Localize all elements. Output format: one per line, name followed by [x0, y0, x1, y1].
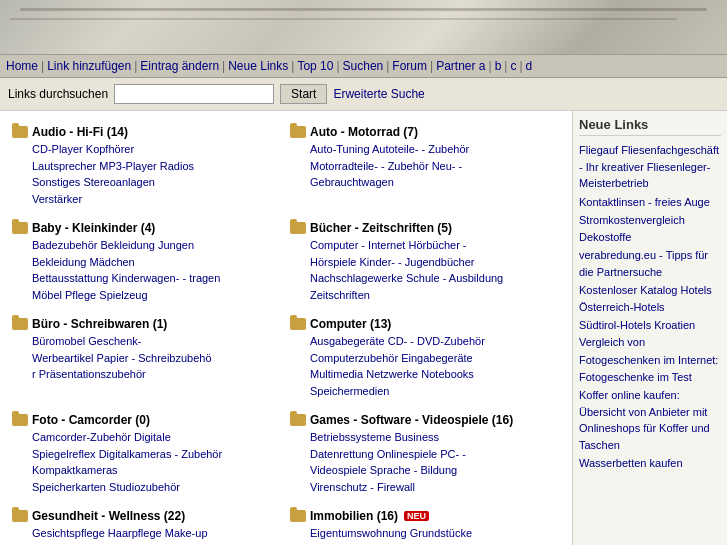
cat-link[interactable]: Hörspiele: [310, 256, 356, 268]
advanced-search-link[interactable]: Erweiterte Suche: [333, 87, 424, 101]
category-audio-links: CD-Player Kopfhörer Lautsprecher MP3-Pla…: [12, 141, 278, 207]
cat-link[interactable]: Camcorder-Zubehör: [32, 431, 131, 443]
cat-link[interactable]: PC- -: [440, 448, 466, 460]
nav-forum[interactable]: Forum: [392, 59, 427, 73]
cat-link[interactable]: Grundstücke: [410, 527, 472, 539]
nav-neue-links[interactable]: Neue Links: [228, 59, 288, 73]
cat-link[interactable]: Auto-Tuning: [310, 143, 370, 155]
cat-link[interactable]: Studiozubehör: [109, 481, 180, 493]
sidebar-link-6[interactable]: Fotogeschenken im Internet: Fotogeschenk…: [579, 352, 721, 385]
nav-sep-0: |: [41, 59, 44, 73]
cat-link[interactable]: Schule - Ausbildung: [406, 272, 503, 284]
nav-top10[interactable]: Top 10: [297, 59, 333, 73]
cat-link[interactable]: Autoteile- - Zubehör: [372, 143, 469, 155]
cat-link[interactable]: r: [32, 368, 36, 380]
nav-home[interactable]: Home: [6, 59, 38, 73]
cat-link[interactable]: Präsentationszubehör: [39, 368, 146, 380]
folder-icon: [290, 414, 306, 426]
cat-link[interactable]: Haarpflege: [108, 527, 162, 539]
cat-link[interactable]: Zeitschriften: [310, 289, 370, 301]
category-gesundheit-title: Gesundheit - Wellness (22): [12, 509, 278, 523]
nav-link-hinzufuegen[interactable]: Link hinzufügen: [47, 59, 131, 73]
cat-link[interactable]: Hörbücher -: [408, 239, 466, 251]
cat-link[interactable]: Pflege: [65, 289, 96, 301]
sidebar-link-0[interactable]: Fliegauf Fliesenfachgeschäft - Ihr kreat…: [579, 142, 721, 192]
cat-link[interactable]: Videospiele: [310, 464, 367, 476]
cat-link[interactable]: MP3-Player: [99, 160, 156, 172]
cat-link[interactable]: Netzwerke: [366, 368, 418, 380]
cat-link[interactable]: Spielzeug: [99, 289, 147, 301]
cat-link[interactable]: Kopfhörer: [86, 143, 134, 155]
cat-link[interactable]: Datenrettung: [310, 448, 374, 460]
search-button[interactable]: Start: [280, 84, 327, 104]
nav-partner-a[interactable]: Partner a: [436, 59, 485, 73]
cat-link[interactable]: Gesichtspflege: [32, 527, 105, 539]
cat-link[interactable]: Badezubehör: [32, 239, 97, 251]
cat-link[interactable]: CD-Player: [32, 143, 83, 155]
cat-link[interactable]: CD- - DVD-Zubehör: [388, 335, 485, 347]
category-games-links: Betriebssysteme Business Datenrettung On…: [290, 429, 556, 495]
cat-link[interactable]: Papier - Schreibzubehö: [97, 352, 212, 364]
cat-link[interactable]: Sprache - Bildung: [370, 464, 457, 476]
cat-link[interactable]: Computerzubehör: [310, 352, 398, 364]
cat-link[interactable]: Kompaktkameras: [32, 464, 118, 476]
cat-link[interactable]: Gebrauchtwagen: [310, 176, 394, 188]
cat-link[interactable]: Make-up: [165, 527, 208, 539]
category-buecher: Bücher - Zeitschriften (5) Computer - In…: [286, 215, 564, 311]
cat-link[interactable]: Digitale: [134, 431, 171, 443]
cat-link[interactable]: Onlinespiele: [377, 448, 438, 460]
search-input[interactable]: [114, 84, 274, 104]
nav-sep-8: |: [504, 59, 507, 73]
cat-link[interactable]: Nachschlagewerke: [310, 272, 403, 284]
cat-link[interactable]: Speichermedien: [310, 385, 390, 397]
category-audio: Audio - Hi-Fi (14) CD-Player Kopfhörer L…: [8, 119, 286, 215]
cat-link[interactable]: Kinderwagen- - tragen: [112, 272, 221, 284]
category-immobilien-links: Eigentumswohnung Grundstücke Häuser Miet…: [290, 525, 556, 545]
cat-link[interactable]: Speicherkarten: [32, 481, 106, 493]
cat-link[interactable]: Verstärker: [32, 193, 82, 205]
category-buecher-title: Bücher - Zeitschriften (5): [290, 221, 556, 235]
category-buecher-links: Computer - Internet Hörbücher - Hörspiel…: [290, 237, 556, 303]
cat-link[interactable]: Büromobel: [32, 335, 85, 347]
cat-link[interactable]: Multimedia: [310, 368, 363, 380]
sidebar-link-7[interactable]: Koffer online kaufen: Übersicht von Anbi…: [579, 387, 721, 453]
sidebar-link-1[interactable]: Kontaktlinsen - freies Auge: [579, 194, 721, 211]
sidebar-link-5[interactable]: Südtirol-Hotels Kroatien Vergleich von: [579, 317, 721, 350]
sidebar-link-4[interactable]: Kostenloser Katalog Hotels Österreich-Ho…: [579, 282, 721, 315]
sidebar-link-3[interactable]: verabredung.eu - Tipps für die Partnersu…: [579, 247, 721, 280]
sidebar-link-8[interactable]: Wasserbetten kaufen: [579, 455, 721, 472]
cat-link[interactable]: Bekleidung Jungen: [101, 239, 195, 251]
nav-partner-b[interactable]: b: [495, 59, 502, 73]
nav-partner-d[interactable]: d: [526, 59, 533, 73]
cat-link[interactable]: Virenschutz - Firewall: [310, 481, 415, 493]
folder-icon: [290, 318, 306, 330]
cat-link[interactable]: Lautsprecher: [32, 160, 96, 172]
cat-link[interactable]: Bettausstattung: [32, 272, 108, 284]
cat-link[interactable]: Betriebssysteme: [310, 431, 391, 443]
cat-link[interactable]: Bekleidung Mädchen: [32, 256, 135, 268]
cat-link[interactable]: Werbeartikel: [32, 352, 94, 364]
cat-link[interactable]: Computer - Internet: [310, 239, 405, 251]
cat-link[interactable]: Stereoanlagen: [83, 176, 155, 188]
nav-partner-c[interactable]: c: [510, 59, 516, 73]
cat-link[interactable]: Business: [394, 431, 439, 443]
cat-link[interactable]: Ausgabegeräte: [310, 335, 385, 347]
cat-link[interactable]: Kinder- - Jugendbücher: [360, 256, 475, 268]
cat-link[interactable]: Motorradteile- - Zubehör: [310, 160, 429, 172]
cat-link[interactable]: Spiegelreflex: [32, 448, 96, 460]
cat-link[interactable]: Notebooks: [421, 368, 474, 380]
nav-suchen[interactable]: Suchen: [343, 59, 384, 73]
nav-eintrag-aendern[interactable]: Eintrag ändern: [140, 59, 219, 73]
cat-link[interactable]: Neu- -: [432, 160, 463, 172]
category-baby-links: Badezubehör Bekleidung Jungen Bekleidung…: [12, 237, 278, 303]
category-buero: Büro - Schreibwaren (1) Büromobel Gesche…: [8, 311, 286, 407]
cat-link[interactable]: Geschenk-: [88, 335, 141, 347]
sidebar-link-2[interactable]: Stromkostenvergleich Dekostoffe: [579, 212, 721, 245]
cat-link[interactable]: Radios: [160, 160, 194, 172]
cat-link[interactable]: Möbel: [32, 289, 62, 301]
category-foto-title: Foto - Camcorder (0): [12, 413, 278, 427]
cat-link[interactable]: Eigentumswohnung: [310, 527, 407, 539]
cat-link[interactable]: Eingabegeräte: [401, 352, 473, 364]
cat-link[interactable]: Digitalkameras - Zubehör: [99, 448, 223, 460]
cat-link[interactable]: Sonstiges: [32, 176, 80, 188]
